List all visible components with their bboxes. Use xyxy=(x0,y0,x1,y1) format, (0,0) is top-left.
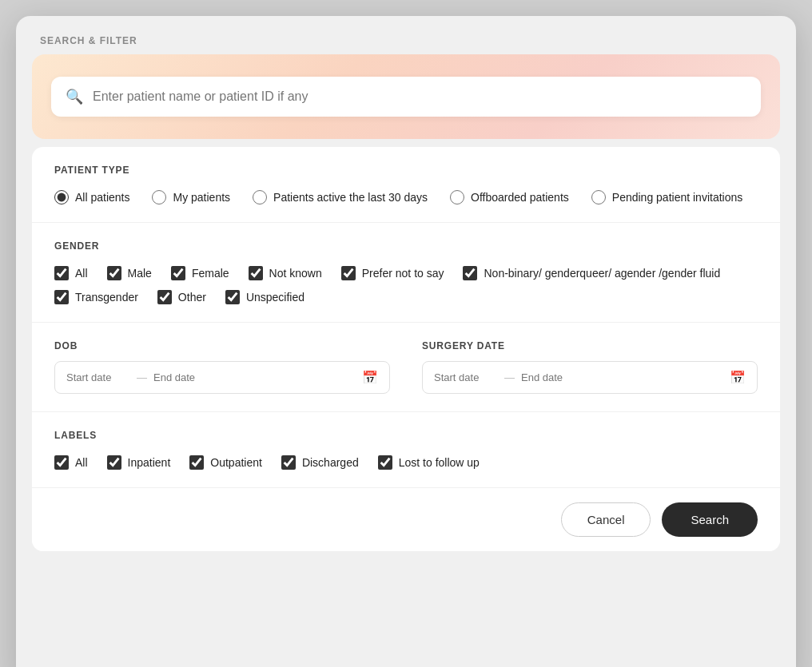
checkbox-label-all-label: All xyxy=(75,456,88,469)
radio-offboarded-label: Offboarded patients xyxy=(471,191,569,204)
checkbox-gender-prefernot-label: Prefer not to say xyxy=(362,267,444,280)
top-bar-title: SEARCH & FILTER xyxy=(24,24,788,54)
dob-input-row: — 📅 xyxy=(54,361,390,394)
checkbox-gender-unspec-input[interactable] xyxy=(225,290,240,304)
checkbox-gender-prefernot-input[interactable] xyxy=(341,266,356,280)
checkbox-gender-trans-input[interactable] xyxy=(54,290,69,304)
checkbox-label-discharged-label: Discharged xyxy=(302,456,359,469)
surgery-separator: — xyxy=(504,371,515,383)
radio-pending-label: Pending patient invitations xyxy=(612,191,742,204)
checkbox-gender-other-label: Other xyxy=(178,291,206,304)
checkbox-gender-nonbinary[interactable]: Non-binary/ genderqueer/ agender /gender… xyxy=(463,266,720,280)
radio-my-patients[interactable] xyxy=(152,190,166,204)
checkbox-gender-female-label: Female xyxy=(192,267,229,280)
checkbox-label-inpatient-input[interactable] xyxy=(107,455,121,470)
radio-my-patients-label: My patients xyxy=(173,191,230,204)
gender-section: GENDER All Male Female Not known xyxy=(32,223,780,323)
patient-type-title: PATIENT TYPE xyxy=(54,165,758,176)
dob-start-input[interactable] xyxy=(66,371,130,383)
dates-section: DOB — 📅 SURGERY DATE — 📅 xyxy=(32,323,780,412)
surgery-date-input-row: — 📅 xyxy=(422,361,758,394)
date-row: DOB — 📅 SURGERY DATE — 📅 xyxy=(54,340,758,394)
checkbox-label-inpatient[interactable]: Inpatient xyxy=(107,455,171,470)
search-input[interactable] xyxy=(93,89,746,104)
checkbox-label-all-input[interactable] xyxy=(54,455,69,470)
main-panel: PATIENT TYPE All patients My patients Pa… xyxy=(32,147,780,551)
surgery-date-label: SURGERY DATE xyxy=(422,340,758,351)
search-highlight-box: 🔍 xyxy=(32,54,780,139)
dob-separator: — xyxy=(137,371,147,383)
radio-item-pending[interactable]: Pending patient invitations xyxy=(591,190,742,204)
checkbox-gender-notknown-label: Not known xyxy=(269,267,322,280)
search-icon: 🔍 xyxy=(66,88,83,105)
radio-offboarded[interactable] xyxy=(450,190,464,204)
search-button[interactable]: Search xyxy=(662,502,758,537)
checkbox-label-outpatient-input[interactable] xyxy=(189,455,204,470)
checkbox-gender-all-input[interactable] xyxy=(54,266,69,280)
radio-active30-label: Patients active the last 30 days xyxy=(273,191,428,204)
labels-section: LABELS All Inpatient Outpatient Discharg… xyxy=(32,412,780,488)
checkbox-gender-trans[interactable]: Transgender xyxy=(54,290,138,304)
checkbox-label-lost-input[interactable] xyxy=(378,455,392,470)
checkbox-gender-nonbinary-input[interactable] xyxy=(463,266,477,280)
dob-end-input[interactable] xyxy=(153,371,217,383)
checkbox-gender-unspec[interactable]: Unspecified xyxy=(225,290,304,304)
surgery-date-group: SURGERY DATE — 📅 xyxy=(422,340,758,394)
footer-bar: Cancel Search xyxy=(32,488,780,551)
surgery-calendar-icon[interactable]: 📅 xyxy=(730,370,746,385)
checkbox-gender-male[interactable]: Male xyxy=(107,266,152,280)
surgery-end-input[interactable] xyxy=(521,371,585,383)
checkbox-label-lost[interactable]: Lost to follow up xyxy=(378,455,480,470)
checkbox-gender-other-input[interactable] xyxy=(157,290,172,304)
checkbox-gender-notknown-input[interactable] xyxy=(249,266,263,280)
checkbox-gender-all-label: All xyxy=(75,267,88,280)
cancel-button[interactable]: Cancel xyxy=(561,502,651,537)
labels-title: LABELS xyxy=(54,430,758,441)
radio-active30[interactable] xyxy=(253,190,267,204)
radio-item-active30[interactable]: Patients active the last 30 days xyxy=(253,190,428,204)
radio-pending[interactable] xyxy=(591,190,606,204)
gender-title: GENDER xyxy=(54,240,758,252)
checkbox-gender-other[interactable]: Other xyxy=(157,290,206,304)
checkbox-label-inpatient-label: Inpatient xyxy=(128,456,171,469)
radio-all-patients[interactable] xyxy=(54,190,69,204)
checkbox-gender-male-input[interactable] xyxy=(107,266,121,280)
modal-wrapper: SEARCH & FILTER 🔍 PATIENT TYPE All patie… xyxy=(16,16,796,667)
checkbox-gender-notknown[interactable]: Not known xyxy=(249,266,322,280)
patient-type-radio-group: All patients My patients Patients active… xyxy=(54,190,758,204)
checkbox-label-discharged[interactable]: Discharged xyxy=(281,455,359,470)
radio-item-my-patients[interactable]: My patients xyxy=(152,190,230,204)
checkbox-gender-prefernot[interactable]: Prefer not to say xyxy=(341,266,444,280)
radio-item-all-patients[interactable]: All patients xyxy=(54,190,129,204)
checkbox-gender-all[interactable]: All xyxy=(54,266,88,280)
gender-checkbox-group: All Male Female Not known Prefer not to … xyxy=(54,266,758,304)
checkbox-gender-female-input[interactable] xyxy=(171,266,185,280)
checkbox-label-lost-label: Lost to follow up xyxy=(399,456,480,469)
patient-type-section: PATIENT TYPE All patients My patients Pa… xyxy=(32,147,780,223)
dob-group: DOB — 📅 xyxy=(54,340,390,394)
search-input-wrapper: 🔍 xyxy=(51,77,761,117)
radio-all-patients-label: All patients xyxy=(75,191,129,204)
checkbox-gender-unspec-label: Unspecified xyxy=(246,291,304,304)
checkbox-label-discharged-input[interactable] xyxy=(281,455,296,470)
checkbox-label-outpatient[interactable]: Outpatient xyxy=(189,455,262,470)
checkbox-gender-nonbinary-label: Non-binary/ genderqueer/ agender /gender… xyxy=(484,267,720,280)
checkbox-gender-male-label: Male xyxy=(128,267,152,280)
dob-calendar-icon[interactable]: 📅 xyxy=(362,370,378,385)
checkbox-gender-female[interactable]: Female xyxy=(171,266,229,280)
dob-label: DOB xyxy=(54,340,390,351)
labels-checkbox-group: All Inpatient Outpatient Discharged Lost… xyxy=(54,455,758,470)
checkbox-gender-trans-label: Transgender xyxy=(75,291,138,304)
checkbox-label-all[interactable]: All xyxy=(54,455,88,470)
radio-item-offboarded[interactable]: Offboarded patients xyxy=(450,190,569,204)
surgery-start-input[interactable] xyxy=(434,371,498,383)
checkbox-label-outpatient-label: Outpatient xyxy=(210,456,262,469)
